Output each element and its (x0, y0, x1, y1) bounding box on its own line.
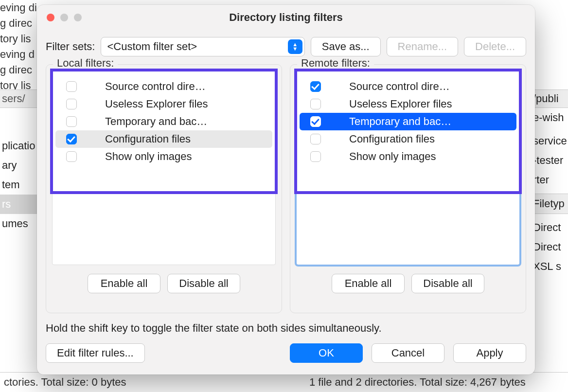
filter-checkbox[interactable] (66, 134, 77, 144)
local-enable-all-button[interactable]: Enable all (88, 274, 160, 293)
filter-row[interactable]: Show only images (300, 148, 516, 165)
filter-row[interactable]: Configuration files (55, 130, 272, 148)
filter-row[interactable]: Configuration files (300, 130, 516, 148)
filter-row[interactable]: Useless Explorer files (55, 95, 272, 113)
local-path-bar: sers/ (0, 89, 37, 108)
filter-row[interactable]: Source control dire… (55, 78, 272, 95)
hint-text: Hold the shift key to toggle the filter … (37, 313, 535, 339)
filter-sets-combo[interactable]: <Custom filter set> ▲▼ (101, 37, 304, 56)
remote-disable-all-button[interactable]: Disable all (411, 274, 484, 293)
close-icon[interactable] (47, 14, 54, 21)
filter-checkbox[interactable] (310, 99, 321, 109)
filter-checkbox[interactable] (66, 151, 77, 162)
filter-row[interactable]: Temporary and bac… (300, 113, 516, 130)
filter-label: Configuration files (86, 133, 266, 145)
ok-button[interactable]: OK (290, 343, 363, 363)
filter-label: Source control dire… (330, 80, 511, 93)
filter-row[interactable]: Source control dire… (300, 78, 516, 95)
delete-button: Delete... (464, 37, 526, 56)
filter-checkbox[interactable] (310, 134, 321, 144)
remote-filters-group: Remote filters: Source control dire…Usel… (290, 64, 526, 313)
minimize-icon (60, 14, 68, 21)
filter-label: Temporary and bac… (330, 115, 511, 128)
filter-label: Temporary and bac… (86, 115, 266, 128)
filter-label: Show only images (86, 150, 266, 163)
local-tree: plicatio ary tem rs umes (0, 136, 37, 233)
save-as-button[interactable]: Save as... (311, 37, 381, 56)
filter-checkbox[interactable] (66, 99, 77, 109)
filter-row[interactable]: Temporary and bac… (55, 113, 272, 130)
filter-checkbox[interactable] (66, 116, 77, 127)
filter-checkbox[interactable] (66, 81, 77, 92)
titlebar: Directory listing filters (37, 5, 535, 30)
filter-label: Useless Explorer files (86, 98, 266, 110)
zoom-icon (74, 14, 82, 21)
remote-enable-all-button[interactable]: Enable all (332, 274, 405, 293)
filter-checkbox[interactable] (310, 151, 321, 162)
filter-label: Configuration files (330, 133, 511, 145)
filter-label: Useless Explorer files (330, 98, 511, 110)
cancel-button[interactable]: Cancel (372, 343, 444, 363)
filter-sets-label: Filter sets: (46, 40, 95, 53)
remote-pane: /publi e-wish service -tester rter Filet… (532, 89, 568, 276)
local-filters-list[interactable]: Source control dire…Useless Explorer fil… (52, 71, 276, 265)
local-filters-label: Local filters: (53, 57, 118, 70)
filter-sets-value: <Custom filter set> (107, 40, 287, 53)
filter-label: Source control dire… (86, 80, 266, 93)
remote-filters-label: Remote filters: (297, 57, 374, 70)
remote-filters-list[interactable]: Source control dire…Useless Explorer fil… (296, 71, 520, 265)
local-disable-all-button[interactable]: Disable all (167, 274, 240, 293)
filter-label: Show only images (330, 150, 511, 163)
filter-checkbox[interactable] (310, 116, 321, 127)
filter-row[interactable]: Useless Explorer files (300, 95, 516, 113)
edit-filter-rules-button[interactable]: Edit filter rules... (46, 343, 145, 363)
local-filters-group: Local filters: Source control dire…Usele… (46, 64, 282, 313)
rename-button: Rename... (387, 37, 459, 56)
dialog-title: Directory listing filters (37, 11, 535, 24)
filters-dialog: Directory listing filters Filter sets: <… (37, 5, 535, 374)
apply-button[interactable]: Apply (453, 343, 526, 363)
filter-checkbox[interactable] (310, 81, 321, 92)
filter-row[interactable]: Show only images (55, 148, 272, 165)
combo-arrows-icon: ▲▼ (288, 39, 302, 54)
status-bar: ctories. Total size: 0 bytes 1 file and … (0, 372, 568, 392)
